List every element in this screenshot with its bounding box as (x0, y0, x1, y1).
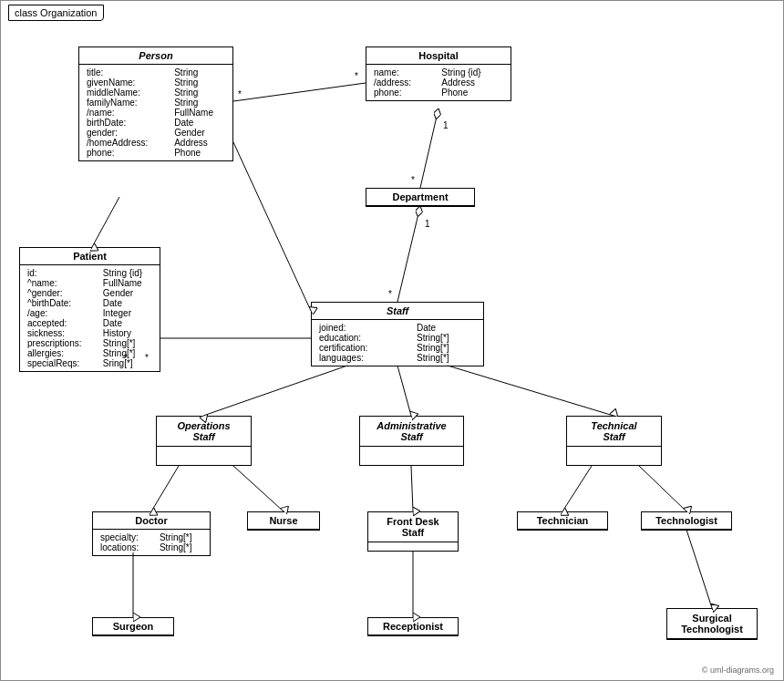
class-technician: Technician (517, 511, 608, 531)
class-technologist: Technologist (641, 511, 732, 531)
svg-text:*: * (238, 89, 242, 99)
class-staff: Staff joined:Date education:String[*] ce… (311, 302, 484, 366)
class-staff-body: joined:Date education:String[*] certific… (312, 320, 483, 366)
class-person-body: title:String givenName:String middleName… (79, 65, 232, 160)
class-surgeon: Surgeon (92, 617, 174, 636)
class-surgical-technologist: SurgicalTechnologist (666, 608, 758, 640)
svg-line-10 (397, 206, 420, 302)
class-doctor-body: specialty:String[*] locations:String[*] (93, 530, 210, 555)
copyright: © uml-diagrams.org (702, 666, 774, 675)
svg-line-20 (448, 366, 614, 416)
svg-line-19 (397, 366, 411, 416)
class-hospital-body: name:String {id} /address:Address phone:… (366, 65, 511, 100)
class-front-desk-staff: Front DeskStaff (367, 511, 459, 552)
svg-text:*: * (388, 289, 392, 299)
class-department-header: Department (366, 189, 474, 206)
class-doctor-header: Doctor (93, 512, 210, 530)
class-doctor: Doctor specialty:String[*] locations:Str… (92, 511, 211, 556)
class-surgeon-header: Surgeon (93, 618, 173, 635)
class-operations-header: OperationsStaff (157, 417, 251, 447)
class-nurse-header: Nurse (248, 512, 319, 530)
class-person-header: Person (79, 47, 232, 65)
class-technical-staff: TechnicalStaff (566, 416, 662, 466)
class-receptionist: Receptionist (367, 617, 459, 636)
class-operations-staff: OperationsStaff (156, 416, 252, 466)
class-technical-header: TechnicalStaff (567, 417, 661, 447)
class-staff-header: Staff (312, 303, 483, 320)
class-technician-header: Technician (518, 512, 607, 530)
class-patient-header: Patient (20, 248, 160, 265)
diagram-title: class Organization (8, 5, 104, 21)
svg-line-21 (151, 466, 179, 511)
svg-line-7 (420, 108, 438, 188)
class-frontdesk-header: Front DeskStaff (368, 512, 458, 542)
class-patient: Patient id:String {id} ^name:FullName ^g… (19, 247, 160, 372)
svg-line-14 (233, 142, 311, 311)
svg-line-13 (92, 197, 119, 247)
class-hospital: Hospital name:String {id} /address:Addre… (366, 46, 511, 101)
svg-line-25 (639, 466, 686, 511)
svg-line-24 (562, 466, 592, 511)
class-person: Person title:String givenName:String mid… (78, 46, 233, 161)
class-admin-header: AdministrativeStaff (360, 417, 463, 447)
class-surgical-tech-header: SurgicalTechnologist (667, 609, 757, 639)
svg-text:1: 1 (443, 120, 449, 130)
svg-line-22 (233, 466, 284, 511)
class-administrative-staff: AdministrativeStaff (359, 416, 464, 466)
diagram-container: class Organization Person title:String g… (0, 0, 784, 681)
svg-line-28 (686, 530, 712, 608)
svg-line-23 (411, 466, 413, 511)
svg-text:*: * (411, 175, 415, 185)
class-hospital-header: Hospital (366, 47, 511, 65)
class-receptionist-header: Receptionist (368, 618, 458, 635)
svg-text:1: 1 (425, 219, 430, 229)
class-patient-body: id:String {id} ^name:FullName ^gender:Ge… (20, 265, 160, 371)
class-technologist-header: Technologist (642, 512, 731, 530)
class-nurse: Nurse (247, 511, 320, 531)
svg-line-4 (233, 83, 366, 101)
class-department: Department (366, 188, 475, 207)
svg-line-18 (203, 366, 347, 416)
svg-text:*: * (355, 71, 358, 81)
